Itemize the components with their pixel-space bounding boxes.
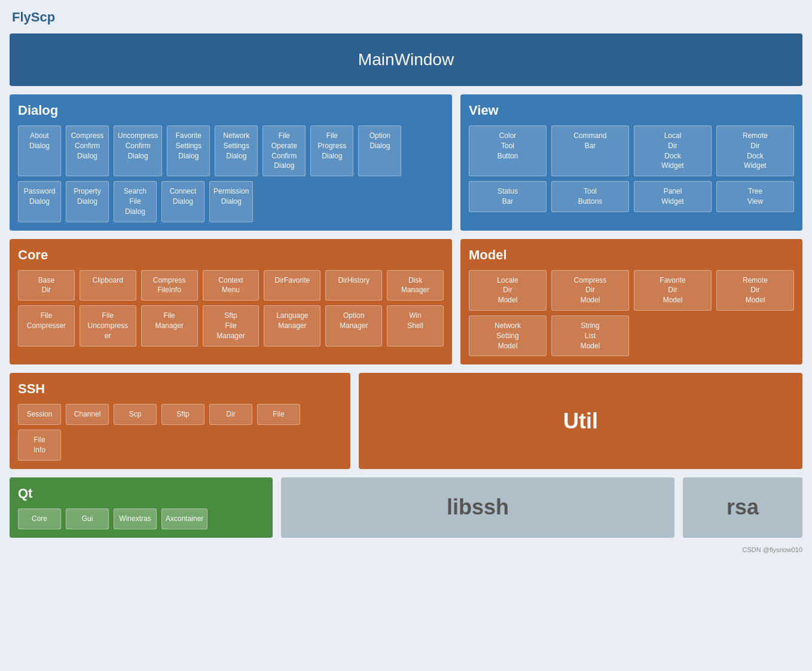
- watermark: CSDN @flysnow010: [10, 546, 802, 553]
- libssh-label: libssh: [447, 495, 509, 520]
- qt-item: Winextras: [114, 508, 157, 529]
- row-qt-libssh-rsa: Qt CoreGuiWinextrasAxcontainer libssh rs…: [10, 477, 802, 538]
- dialog-item: Search File Dialog: [114, 181, 157, 222]
- model-item: String List Model: [551, 315, 629, 356]
- core-title: Core: [18, 247, 444, 263]
- qt-section: Qt CoreGuiWinextrasAxcontainer: [10, 477, 273, 538]
- view-title: View: [469, 103, 794, 118]
- qt-item: Core: [18, 508, 61, 529]
- dialog-title: Dialog: [18, 103, 444, 118]
- dialog-item: Compress Confirm Dialog: [66, 125, 109, 176]
- util-section: Util: [359, 373, 802, 468]
- view-item: Color Tool Button: [469, 125, 547, 176]
- core-grid: Base DirClipboardCompress FileInfoContex…: [18, 270, 444, 347]
- core-item: Disk Manager: [387, 270, 444, 301]
- ssh-item: Sftp: [161, 404, 204, 425]
- ssh-section: SSH SessionChannelScpSftpDirFileFile Inf…: [10, 373, 350, 468]
- view-section: View Color Tool ButtonCommand BarLocal D…: [460, 94, 802, 231]
- model-grid: Locale Dir ModelCompress Dir ModelFavori…: [469, 270, 794, 357]
- util-label: Util: [563, 409, 598, 434]
- view-item: Status Bar: [469, 181, 547, 212]
- dialog-item: Connect Dialog: [161, 181, 204, 222]
- view-item: Local Dir Dock Widget: [634, 125, 712, 176]
- ssh-title: SSH: [18, 381, 342, 397]
- core-item: File Manager: [141, 305, 198, 346]
- core-item: Language Manager: [264, 305, 320, 346]
- qt-item: Gui: [66, 508, 109, 529]
- core-section: Core Base DirClipboardCompress FileInfoC…: [10, 239, 452, 365]
- model-item: Remote Dir Model: [716, 270, 794, 311]
- dialog-item: Password Dialog: [18, 181, 61, 222]
- qt-item: Axcontainer: [161, 508, 207, 529]
- core-item: Compress FileInfo: [141, 270, 198, 301]
- row-dialog-view: Dialog About DialogCompress Confirm Dial…: [10, 94, 802, 231]
- model-item: Locale Dir Model: [469, 270, 547, 311]
- core-item: Context Menu: [203, 270, 260, 301]
- core-item: Win Shell: [387, 305, 444, 346]
- core-item: DirHistory: [325, 270, 382, 301]
- view-item: Command Bar: [551, 125, 629, 176]
- ssh-item: Channel: [66, 404, 109, 425]
- ssh-item: File: [257, 404, 300, 425]
- core-item: File Uncompress er: [80, 305, 136, 346]
- dialog-item: File Operate Confirm Dialog: [262, 125, 306, 176]
- model-section: Model Locale Dir ModelCompress Dir Model…: [460, 239, 802, 365]
- ssh-item: Session: [18, 404, 61, 425]
- model-item: Compress Dir Model: [551, 270, 629, 311]
- view-grid: Color Tool ButtonCommand BarLocal Dir Do…: [469, 125, 794, 212]
- dialog-section: Dialog About DialogCompress Confirm Dial…: [10, 94, 452, 231]
- view-item: Panel Widget: [634, 181, 712, 212]
- core-item: DirFavorite: [264, 270, 320, 301]
- dialog-item: Favorite Settings Dialog: [167, 125, 210, 176]
- ssh-item: Scp: [114, 404, 157, 425]
- core-item: Clipboard: [80, 270, 136, 301]
- dialog-item: Network Settings Dialog: [215, 125, 258, 176]
- core-item: Base Dir: [18, 270, 75, 301]
- dialog-item: Uncompress Confirm Dialog: [114, 125, 162, 176]
- main-window-label: MainWindow: [358, 50, 454, 69]
- core-item: Sftp File Manager: [203, 305, 260, 346]
- view-item: Remote Dir Dock Widget: [716, 125, 794, 176]
- dialog-item: Option Dialog: [358, 125, 401, 176]
- rsa-label: rsa: [726, 495, 759, 520]
- ssh-item: File Info: [18, 430, 61, 461]
- qt-grid: CoreGuiWinextrasAxcontainer: [18, 508, 264, 529]
- qt-title: Qt: [18, 486, 264, 501]
- view-item: Tool Buttons: [551, 181, 629, 212]
- dialog-item: Property Dialog: [66, 181, 109, 222]
- rsa-section: rsa: [683, 477, 802, 538]
- main-window: MainWindow: [10, 33, 802, 86]
- model-item: Favorite Dir Model: [634, 270, 712, 311]
- dialog-item: Permission Dialog: [209, 181, 253, 222]
- dialog-item: About Dialog: [18, 125, 61, 176]
- core-item: File Compresser: [18, 305, 75, 346]
- dialog-grid: About DialogCompress Confirm DialogUncom…: [18, 125, 444, 222]
- view-item: Tree View: [716, 181, 794, 212]
- ssh-item: Dir: [209, 404, 252, 425]
- page-title: FlyScp: [10, 10, 802, 25]
- dialog-item: File Progress Dialog: [310, 125, 353, 176]
- model-title: Model: [469, 247, 794, 263]
- model-item: Network Setting Model: [469, 315, 547, 356]
- libssh-section: libssh: [281, 477, 674, 538]
- row-core-model: Core Base DirClipboardCompress FileInfoC…: [10, 239, 802, 365]
- core-item: Option Manager: [325, 305, 382, 346]
- ssh-grid: SessionChannelScpSftpDirFileFile Info: [18, 404, 342, 460]
- row-ssh-util: SSH SessionChannelScpSftpDirFileFile Inf…: [10, 373, 802, 468]
